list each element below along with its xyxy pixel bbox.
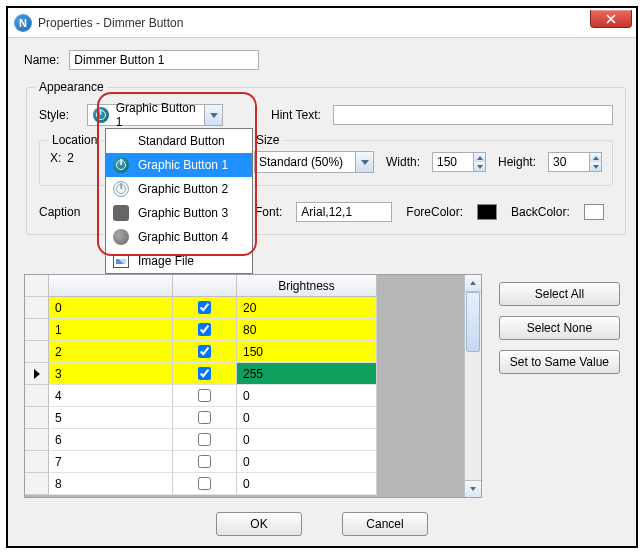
- cell-index[interactable]: 0: [49, 297, 173, 319]
- font-label: Font:: [255, 205, 282, 219]
- font-input[interactable]: [296, 202, 392, 222]
- spin-down[interactable]: [474, 162, 485, 171]
- row-checkbox[interactable]: [198, 433, 211, 446]
- size-combo[interactable]: Standard (50%): [254, 151, 374, 173]
- row-checkbox[interactable]: [198, 301, 211, 314]
- style-option-label: Graphic Button 2: [138, 182, 228, 196]
- row-header[interactable]: [25, 407, 49, 429]
- chevron-down-icon: [355, 152, 373, 172]
- cell-brightness[interactable]: 0: [237, 473, 377, 495]
- table-row[interactable]: 50: [25, 407, 464, 429]
- cell-index[interactable]: 8: [49, 473, 173, 495]
- style-option-label: Graphic Button 3: [138, 206, 228, 220]
- cell-checkbox[interactable]: [173, 451, 237, 473]
- cell-checkbox[interactable]: [173, 341, 237, 363]
- spin-up[interactable]: [474, 153, 485, 162]
- cell-brightness[interactable]: 20: [237, 297, 377, 319]
- style-option[interactable]: Graphic Button 1: [106, 153, 252, 177]
- window-close-button[interactable]: [590, 10, 632, 28]
- row-checkbox[interactable]: [198, 367, 211, 380]
- cell-brightness[interactable]: 0: [237, 429, 377, 451]
- cell-checkbox[interactable]: [173, 385, 237, 407]
- spin-up[interactable]: [590, 153, 601, 162]
- row-header[interactable]: [25, 319, 49, 341]
- cell-brightness[interactable]: 255: [237, 363, 377, 385]
- circle-icon: [112, 228, 130, 246]
- vertical-scrollbar[interactable]: [464, 275, 481, 497]
- row-header[interactable]: [25, 297, 49, 319]
- name-input[interactable]: [69, 50, 259, 70]
- cell-checkbox[interactable]: [173, 319, 237, 341]
- cell-index[interactable]: 4: [49, 385, 173, 407]
- select-none-button[interactable]: Select None: [499, 316, 620, 340]
- brightness-grid[interactable]: Brightness020180215032554050607080: [24, 274, 482, 498]
- cell-brightness[interactable]: 150: [237, 341, 377, 363]
- style-option[interactable]: Graphic Button 3: [106, 201, 252, 225]
- caption-label: Caption: [39, 205, 87, 219]
- forecolor-swatch[interactable]: [477, 204, 497, 220]
- cell-checkbox[interactable]: [173, 407, 237, 429]
- spin-down[interactable]: [590, 162, 601, 171]
- width-input[interactable]: [432, 152, 486, 172]
- scroll-thumb[interactable]: [466, 292, 480, 352]
- cell-index[interactable]: 7: [49, 451, 173, 473]
- table-row[interactable]: 020: [25, 297, 464, 319]
- row-header[interactable]: [25, 451, 49, 473]
- cell-checkbox[interactable]: [173, 473, 237, 495]
- column-header[interactable]: [173, 275, 237, 297]
- column-header[interactable]: Brightness: [237, 275, 377, 297]
- table-row[interactable]: 180: [25, 319, 464, 341]
- scroll-down-button[interactable]: [465, 480, 481, 497]
- cell-brightness[interactable]: 0: [237, 407, 377, 429]
- cell-checkbox[interactable]: [173, 297, 237, 319]
- ok-button[interactable]: OK: [216, 512, 302, 536]
- cell-index[interactable]: 6: [49, 429, 173, 451]
- column-header[interactable]: [49, 275, 173, 297]
- cell-index[interactable]: 5: [49, 407, 173, 429]
- row-checkbox[interactable]: [198, 345, 211, 358]
- style-option[interactable]: Graphic Button 4: [106, 225, 252, 249]
- row-header[interactable]: [25, 473, 49, 495]
- scroll-up-button[interactable]: [465, 275, 481, 292]
- power-icon: [112, 180, 130, 198]
- style-option[interactable]: Image File: [106, 249, 252, 273]
- table-row[interactable]: 40: [25, 385, 464, 407]
- height-input[interactable]: [548, 152, 602, 172]
- table-row[interactable]: 60: [25, 429, 464, 451]
- style-option[interactable]: Standard Button: [106, 129, 252, 153]
- row-header[interactable]: [25, 429, 49, 451]
- row-header[interactable]: [25, 363, 49, 385]
- cell-index[interactable]: 1: [49, 319, 173, 341]
- size-combo-value: Standard (50%): [259, 155, 343, 169]
- location-legend: Location: [48, 133, 101, 147]
- window-title: Properties - Dimmer Button: [38, 16, 183, 30]
- backcolor-swatch[interactable]: [584, 204, 604, 220]
- row-checkbox[interactable]: [198, 323, 211, 336]
- row-checkbox[interactable]: [198, 455, 211, 468]
- cell-index[interactable]: 3: [49, 363, 173, 385]
- size-group: Size Standard (50%) Width: Height:: [243, 140, 613, 186]
- row-header[interactable]: [25, 341, 49, 363]
- style-dropdown: Standard ButtonGraphic Button 1Graphic B…: [105, 128, 253, 274]
- row-checkbox[interactable]: [198, 389, 211, 402]
- row-checkbox[interactable]: [198, 477, 211, 490]
- style-combo[interactable]: Graphic Button 1: [87, 104, 223, 126]
- row-checkbox[interactable]: [198, 411, 211, 424]
- hint-input[interactable]: [333, 105, 613, 125]
- row-header[interactable]: [25, 385, 49, 407]
- chevron-down-icon: [204, 105, 222, 125]
- select-all-button[interactable]: Select All: [499, 282, 620, 306]
- cell-brightness[interactable]: 0: [237, 385, 377, 407]
- cell-checkbox[interactable]: [173, 363, 237, 385]
- table-row[interactable]: 80: [25, 473, 464, 495]
- cell-checkbox[interactable]: [173, 429, 237, 451]
- set-same-value-button[interactable]: Set to Same Value: [499, 350, 620, 374]
- cell-brightness[interactable]: 80: [237, 319, 377, 341]
- table-row[interactable]: 3255: [25, 363, 464, 385]
- table-row[interactable]: 2150: [25, 341, 464, 363]
- cell-brightness[interactable]: 0: [237, 451, 377, 473]
- style-option[interactable]: Graphic Button 2: [106, 177, 252, 201]
- cancel-button[interactable]: Cancel: [342, 512, 428, 536]
- cell-index[interactable]: 2: [49, 341, 173, 363]
- table-row[interactable]: 70: [25, 451, 464, 473]
